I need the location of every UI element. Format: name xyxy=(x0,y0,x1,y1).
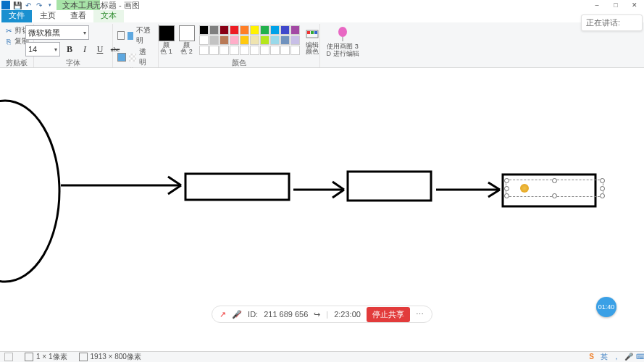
palette-swatch[interactable] xyxy=(230,35,239,45)
color2-button[interactable]: 颜 色 2 xyxy=(179,25,195,55)
svg-rect-2 xyxy=(311,31,314,34)
palette-swatch[interactable] xyxy=(280,25,290,35)
palette-swatch[interactable] xyxy=(219,25,229,35)
selection-size-value: 1 × 1像素 xyxy=(36,352,67,362)
palette-swatch[interactable] xyxy=(280,35,290,45)
color1-swatch xyxy=(159,25,175,41)
edit-colors-label: 编辑 颜色 xyxy=(306,42,319,55)
record-timer-badge[interactable]: 01:40 xyxy=(596,297,616,317)
palette-swatch[interactable] xyxy=(260,25,269,35)
canvas[interactable] xyxy=(0,68,644,330)
scissors-icon: ✂ xyxy=(4,27,12,35)
color2-label: 颜 色 2 xyxy=(180,42,193,55)
more-icon[interactable]: ⋯ xyxy=(416,310,425,319)
palette-swatch[interactable] xyxy=(209,35,219,45)
palette-swatch[interactable] xyxy=(219,46,229,55)
palette-swatch[interactable] xyxy=(230,46,239,55)
edit-colors-button[interactable]: 编辑 颜色 xyxy=(304,25,320,55)
sogou-icon[interactable]: S xyxy=(587,352,596,361)
undo-icon[interactable]: ↶ xyxy=(24,1,32,9)
share-icon[interactable]: ↪ xyxy=(314,310,320,319)
font-family-value: 微软雅黑 xyxy=(28,28,60,38)
palette-swatch[interactable] xyxy=(199,46,209,55)
close-button[interactable]: ✕ xyxy=(625,0,644,10)
status-bar: 1 × 1像素 1913 × 800像素 S 英 ， 🎤 ⌨ xyxy=(0,351,644,362)
color2-swatch xyxy=(179,25,195,41)
meeting-id-label: ID: xyxy=(248,310,258,319)
paint3d-button[interactable]: 使用画图 3 D 进行编辑 xyxy=(325,24,361,57)
palette-swatch[interactable] xyxy=(260,35,269,45)
italic-button[interactable]: I xyxy=(79,43,91,55)
maximize-button[interactable]: □ xyxy=(606,0,625,10)
transparent-label: 透明 xyxy=(139,47,154,67)
color-palette xyxy=(199,25,300,55)
edit-colors-icon xyxy=(304,25,320,41)
arrow-up-icon[interactable]: ↗ xyxy=(219,310,226,319)
palette-swatch[interactable] xyxy=(280,46,290,55)
font-size-value: 14 xyxy=(28,45,37,54)
palette-swatch[interactable] xyxy=(270,35,280,45)
drawing xyxy=(0,68,644,330)
font-group-body: 微软雅黑▾ 14▾ B I U abc xyxy=(25,24,121,56)
palette-swatch[interactable] xyxy=(290,25,300,35)
palette-swatch[interactable] xyxy=(240,35,249,45)
palette-swatch[interactable] xyxy=(250,46,259,55)
mic-muted-icon[interactable]: 🎤̸ xyxy=(232,310,242,319)
palette-swatch[interactable] xyxy=(199,25,209,35)
copy-icon: ⎘ xyxy=(4,38,12,46)
palette-swatch[interactable] xyxy=(290,35,300,45)
minimize-button[interactable]: – xyxy=(587,0,606,10)
status-canvas-size: 1913 × 800像素 xyxy=(79,352,141,362)
svg-rect-1 xyxy=(307,31,310,34)
font-family-combo[interactable]: 微软雅黑▾ xyxy=(25,25,89,40)
background-group-body: 不透明 透明 xyxy=(117,24,154,67)
tab-home[interactable]: 主页 xyxy=(33,9,63,22)
palette-swatch[interactable] xyxy=(270,25,280,35)
svg-point-4 xyxy=(338,27,347,37)
color1-button[interactable]: 颜 色 1 xyxy=(159,25,175,55)
tab-view[interactable]: 查看 xyxy=(63,9,93,22)
ime-mic-icon[interactable]: 🎤 xyxy=(624,352,633,361)
group-label-clipboard: 剪贴板 xyxy=(4,59,29,67)
svg-point-5 xyxy=(0,101,59,282)
selection-size-icon xyxy=(25,353,33,361)
ime-keyboard-icon[interactable]: ⌨ xyxy=(636,352,644,361)
palette-swatch[interactable] xyxy=(209,46,219,55)
ribbon: ✂剪切 ⎘复制 剪贴板 微软雅黑▾ 14▾ B I U abc 字体 不透明 透… xyxy=(0,22,644,68)
tab-file[interactable]: 文件 xyxy=(1,9,32,22)
palette-swatch[interactable] xyxy=(270,46,280,55)
font-size-combo[interactable]: 14▾ xyxy=(25,42,60,56)
underline-button[interactable]: U xyxy=(94,43,106,55)
opaque-label: 不透明 xyxy=(136,25,154,46)
cursor-pos-icon xyxy=(4,353,13,361)
opaque-icon xyxy=(127,32,134,40)
palette-swatch[interactable] xyxy=(219,35,229,45)
svg-rect-7 xyxy=(185,174,289,200)
palette-swatch[interactable] xyxy=(240,46,249,55)
checkbox-icon xyxy=(117,53,126,62)
meeting-id: 211 689 656 xyxy=(264,310,308,319)
transparent-icon xyxy=(129,54,137,62)
stop-sharing-button[interactable]: 停止共享 xyxy=(367,307,410,322)
palette-swatch[interactable] xyxy=(230,25,239,35)
transparent-button[interactable]: 透明 xyxy=(117,47,154,67)
palette-swatch[interactable] xyxy=(290,46,300,55)
qat-dropdown-icon[interactable]: ▾ xyxy=(46,1,54,9)
palette-swatch[interactable] xyxy=(260,46,269,55)
ime-lang[interactable]: 英 xyxy=(599,352,609,361)
speaking-overlay: 正在讲话: xyxy=(581,14,643,31)
palette-swatch[interactable] xyxy=(199,35,209,45)
palette-swatch[interactable] xyxy=(209,25,219,35)
redo-icon[interactable]: ↷ xyxy=(35,1,43,9)
palette-swatch[interactable] xyxy=(240,25,249,35)
opaque-button[interactable]: 不透明 xyxy=(117,25,154,46)
ime-bar: S 英 ， 🎤 ⌨ xyxy=(587,352,644,361)
app-icon[interactable] xyxy=(1,1,10,9)
palette-swatch[interactable] xyxy=(250,25,259,35)
save-icon[interactable]: 💾 xyxy=(13,1,21,9)
bold-button[interactable]: B xyxy=(64,43,75,55)
ime-comma-icon[interactable]: ， xyxy=(611,352,621,361)
balloon-icon xyxy=(335,25,350,43)
chevron-down-icon: ▾ xyxy=(83,30,86,36)
palette-swatch[interactable] xyxy=(250,35,259,45)
